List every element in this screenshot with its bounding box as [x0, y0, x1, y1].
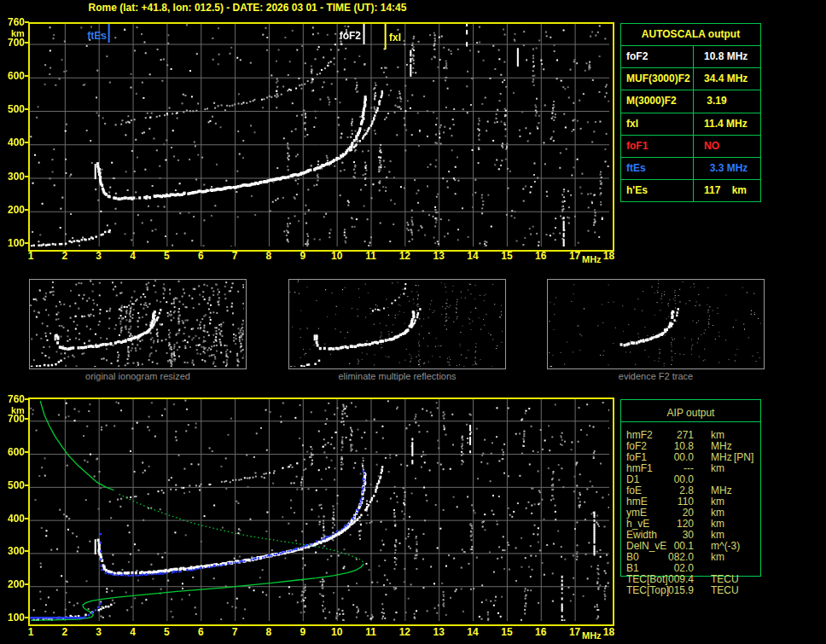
y-tick-label: 500 [2, 104, 25, 115]
aip-param-unit: km [711, 552, 724, 563]
y-tick-label: 100 [2, 238, 25, 249]
x-tick-label: 9 [294, 250, 312, 262]
autoscala-row-M(3000)F2: M(3000)F2 3.19 [621, 90, 760, 113]
aip-param-unit: km [711, 463, 724, 474]
thumbnail-canvas-3 [548, 280, 762, 367]
x-tick-label: 4 [124, 626, 143, 638]
y-tick-label: 600 [2, 71, 25, 82]
x-tick-label: 8 [259, 626, 278, 638]
thumbnail-caption-2: eliminate multiple reflections [288, 371, 506, 381]
x-tick-label: 16 [532, 626, 550, 638]
autoscala-screen: Rome (lat: +41.8, lon: 012.5) - DATE: 20… [0, 0, 826, 644]
autoscala-param-label: M(3000)F2 [621, 90, 693, 112]
autoscala-param-value: NO [693, 136, 760, 157]
y-tick-mark [25, 583, 29, 585]
autoscala-param-value: 34.4 MHz [693, 68, 760, 90]
y-tick-mark [25, 484, 29, 486]
aip-param-note: [PN] [734, 452, 753, 463]
y-tick-mark [25, 75, 29, 77]
y-tick-label: 500 [2, 480, 25, 491]
ftEs-marker-label: ftEs [82, 30, 107, 42]
y-tick-mark [25, 617, 29, 618]
autoscala-param-label: MUF(3000)F2 [621, 68, 693, 90]
fxI-marker-label: fxI [389, 32, 401, 44]
thumbnail-eliminate-reflections [288, 279, 506, 369]
autoscala-param-label: fxI [621, 113, 693, 135]
autoscala-param-label: ftEs [621, 158, 693, 179]
y-tick-mark [25, 518, 29, 519]
y-tick-mark [25, 398, 29, 400]
x-axis-unit-label: MHz [582, 254, 602, 264]
y-tick-mark [25, 242, 29, 244]
x-tick-label: 14 [463, 626, 482, 638]
x-tick-label: 2 [55, 250, 74, 262]
y-tick-label: 760 [2, 17, 25, 28]
aip-table-header: AIP output [620, 407, 761, 419]
x-tick-label: 1 [21, 626, 40, 638]
y-tick-mark [25, 209, 29, 211]
autoscala-param-value: 3.3 MHz [693, 158, 760, 179]
x-tick-label: 11 [362, 626, 381, 638]
x-tick-label: 18 [599, 626, 618, 638]
x-tick-label: 8 [259, 250, 278, 262]
thumbnail-caption-1: original ionogram resized [29, 371, 247, 381]
x-tick-label: 3 [90, 626, 108, 638]
y-tick-label: 700 [2, 414, 25, 425]
thumbnail-canvas-2 [289, 280, 503, 367]
y-tick-mark [25, 142, 29, 143]
x-tick-label: 15 [497, 250, 516, 262]
aip-header-separator [620, 421, 761, 422]
x-tick-label: 7 [225, 250, 244, 262]
x-tick-label: 11 [362, 250, 381, 262]
x-tick-label: 13 [429, 250, 448, 262]
autoscala-param-value: 117 km [693, 180, 760, 201]
autoscala-param-value: 3.19 [693, 90, 760, 112]
y-tick-label: 600 [2, 447, 25, 458]
autoscala-output-table: AUTOSCALA output foF210.8 MHzMUF(3000)F2… [620, 23, 761, 202]
y-tick-mark [25, 108, 29, 110]
y-tick-mark [25, 550, 29, 552]
autoscala-row-MUF(3000)F2: MUF(3000)F234.4 MHz [621, 68, 760, 90]
x-tick-label: 5 [157, 626, 176, 638]
x-tick-label: 3 [90, 250, 108, 262]
y-tick-mark [25, 451, 29, 453]
bottom-ionogram-panel [28, 397, 614, 626]
y-tick-label: 300 [2, 171, 25, 183]
autoscala-param-label: foF2 [621, 46, 693, 67]
x-tick-label: 18 [599, 250, 618, 262]
x-tick-label: 9 [294, 626, 312, 638]
x-tick-label: 14 [463, 250, 482, 262]
x-tick-label: 15 [497, 626, 516, 638]
y-tick-label: 700 [2, 38, 25, 49]
aip-param-value: 015.9 [644, 585, 694, 596]
autoscala-row-foF2: foF210.8 MHz [621, 46, 760, 68]
foF2-marker-label: foF2 [334, 30, 361, 42]
x-tick-label: 5 [157, 250, 176, 262]
x-tick-label: 7 [225, 626, 244, 638]
y-tick-label: 400 [2, 513, 25, 525]
y-tick-label: 760 [2, 394, 25, 405]
x-tick-label: 13 [429, 626, 448, 638]
x-axis-unit-label: MHz [582, 630, 602, 641]
thumbnail-original-ionogram [29, 279, 247, 369]
autoscala-row-fxI: fxI11.4 MHz [621, 113, 760, 136]
autoscala-row-foF1: foF1NO [621, 136, 760, 158]
autoscala-row-ftEs: ftEs 3.3 MHz [621, 158, 760, 180]
y-tick-label: 400 [2, 137, 25, 148]
y-tick-label: 100 [2, 612, 25, 624]
autoscala-param-label: h'Es [621, 180, 693, 201]
y-tick-mark [25, 176, 29, 177]
x-tick-label: 12 [395, 626, 414, 638]
x-tick-label: 4 [124, 250, 143, 262]
x-tick-label: 16 [532, 250, 550, 262]
x-tick-label: 6 [191, 250, 210, 262]
autoscala-param-value: 10.8 MHz [693, 46, 760, 67]
y-tick-mark [25, 418, 29, 420]
x-tick-label: 2 [55, 626, 74, 638]
x-tick-label: 10 [328, 250, 346, 262]
autoscala-param-value: 11.4 MHz [693, 113, 760, 135]
aip-param-unit: TECU [711, 585, 739, 596]
x-tick-label: 1 [21, 250, 40, 262]
y-tick-mark [25, 21, 29, 23]
x-tick-label: 12 [395, 250, 414, 262]
